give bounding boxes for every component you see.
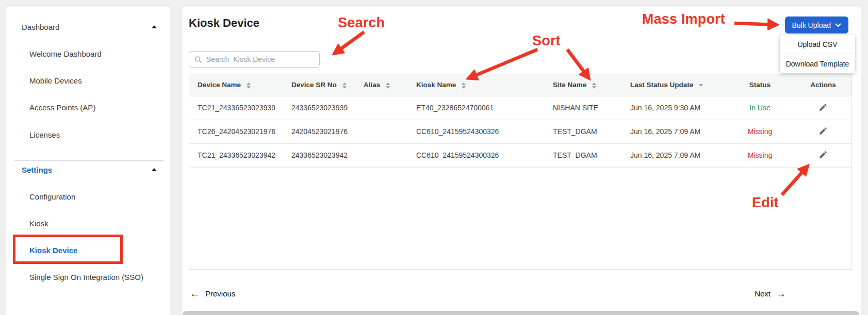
sort-descending-icon — [699, 84, 703, 87]
search-input[interactable] — [206, 55, 314, 63]
section-divider-bar — [183, 311, 859, 315]
column-label: Alias — [364, 81, 380, 89]
cell-device-sr-no: 24336523023939 — [283, 96, 355, 120]
cell-site-name: TEST_DGAM — [545, 120, 622, 143]
column-label: Device Name — [198, 81, 241, 89]
cell-kiosk-name: CC610_24159524300326 — [408, 143, 545, 167]
page-title: Kiosk Device — [189, 16, 259, 30]
pencil-icon — [818, 103, 828, 112]
cell-alias — [355, 143, 408, 167]
column-header-device-sr-no[interactable]: Device SR No — [283, 74, 355, 96]
cell-device-name: TC26_24204523021976 — [189, 120, 283, 143]
sidebar-item-kiosk-device[interactable]: Kiosk Device — [6, 243, 170, 257]
chevron-down-icon — [835, 23, 841, 27]
column-header-alias[interactable]: Alias — [355, 74, 408, 96]
column-label: Site Name — [553, 81, 586, 89]
column-header-last-status-update[interactable]: Last Status Update — [622, 74, 725, 96]
cell-actions — [795, 96, 851, 120]
cell-alias — [355, 96, 408, 120]
menu-item-upload-csv[interactable]: Upload CSV — [780, 35, 855, 54]
cell-site-name: NISHAN SITE — [545, 96, 622, 120]
previous-label: Previous — [205, 289, 235, 298]
sidebar-item-settings[interactable]: Settings — [6, 162, 170, 177]
cell-actions — [795, 120, 851, 143]
cell-actions — [795, 143, 851, 167]
edit-button[interactable] — [816, 124, 830, 139]
column-label: Last Status Update — [630, 81, 693, 89]
cell-site-name: TEST_DGAM — [545, 143, 622, 167]
next-label: Next — [755, 289, 771, 298]
column-header-site-name[interactable]: Site Name — [545, 74, 622, 96]
column-header-status: Status — [725, 74, 795, 96]
main-panel: Kiosk Device Bulk Upload Upload CSV Down… — [183, 7, 861, 315]
collapse-caret-icon — [152, 25, 157, 28]
status-badge: Missing — [748, 127, 772, 136]
kiosk-device-table-container: Device Name Device SR No Alias Kios — [189, 74, 852, 270]
cell-device-name: TC21_24336523023942 — [189, 143, 283, 167]
sidebar-item-kiosk[interactable]: Kiosk — [6, 216, 170, 230]
cell-alias — [355, 120, 408, 143]
column-header-kiosk-name[interactable]: Kiosk Name — [408, 74, 545, 96]
bulk-upload-label: Bulk Upload — [792, 21, 831, 29]
table-header-row: Device Name Device SR No Alias Kios — [189, 74, 851, 96]
bulk-upload-button[interactable]: Bulk Upload — [785, 16, 849, 34]
cell-status: Missing — [725, 143, 795, 167]
table-row: TC21_24336523023939 24336523023939 ET40_… — [189, 96, 851, 120]
menu-item-download-template[interactable]: Download Template — [780, 54, 855, 73]
sort-icon — [247, 82, 251, 89]
cell-kiosk-name: CC610_24159524300326 — [408, 120, 545, 143]
sidebar: Dashboard Welcome Dashboard Mobile Devic… — [6, 7, 170, 315]
sidebar-item-label: Settings — [22, 165, 52, 174]
sidebar-item-dashboard[interactable]: Dashboard — [6, 20, 170, 34]
column-label: Actions — [810, 81, 836, 89]
column-label: Kiosk Name — [416, 81, 456, 89]
edit-button[interactable] — [816, 101, 830, 115]
sidebar-item-mobile-devices[interactable]: Mobile Devices — [6, 73, 170, 88]
cell-device-sr-no: 24336523023942 — [283, 143, 355, 167]
sidebar-item-access-points[interactable]: Access Points (AP) — [6, 100, 170, 114]
cell-status: In Use — [725, 96, 795, 120]
sidebar-item-licenses[interactable]: Licenses — [6, 127, 170, 142]
arrow-left-icon: ← — [190, 288, 200, 299]
status-badge: In Use — [749, 104, 770, 112]
bulk-upload-dropdown: Upload CSV Download Template — [780, 35, 855, 73]
app-screen: Dashboard Welcome Dashboard Mobile Devic… — [0, 0, 868, 315]
sidebar-item-welcome-dashboard[interactable]: Welcome Dashboard — [6, 46, 170, 61]
column-label: Device SR No — [291, 81, 337, 89]
column-header-device-name[interactable]: Device Name — [189, 74, 283, 96]
sort-icon — [386, 82, 390, 89]
previous-button[interactable]: ← Previous — [190, 287, 235, 300]
edit-button[interactable] — [816, 148, 830, 163]
sidebar-item-sso[interactable]: Single Sign On Integration (SSO) — [6, 270, 170, 284]
column-header-actions: Actions — [795, 74, 851, 96]
status-badge: Missing — [748, 151, 772, 159]
cell-last-status-update: Jun 16, 2025 7:09 AM — [622, 143, 725, 167]
arrow-right-icon: → — [776, 288, 786, 299]
cell-last-status-update: Jun 16, 2025 7:09 AM — [622, 120, 725, 143]
sort-icon — [342, 82, 347, 89]
table-row: TC26_24204523021976 24204523021976 CC610… — [189, 120, 851, 143]
next-button[interactable]: Next → — [755, 287, 786, 300]
kiosk-device-table: Device Name Device SR No Alias Kios — [189, 74, 851, 168]
pencil-icon — [818, 150, 828, 159]
cell-kiosk-name: ET40_23286524700061 — [408, 96, 545, 120]
cell-status: Missing — [725, 120, 795, 143]
table-row: TC21_24336523023942 24336523023942 CC610… — [189, 143, 851, 167]
sort-icon — [592, 82, 596, 89]
sidebar-item-label: Dashboard — [22, 23, 59, 31]
column-label: Status — [749, 81, 771, 89]
sort-icon — [462, 82, 466, 89]
cell-last-status-update: Jun 16, 2025 9:30 AM — [622, 96, 725, 120]
search-icon — [194, 56, 202, 63]
collapse-caret-icon — [152, 168, 157, 171]
sidebar-item-configuration[interactable]: Configuration — [6, 189, 170, 204]
pencil-icon — [818, 126, 828, 136]
cell-device-name: TC21_24336523023939 — [189, 96, 283, 120]
sidebar-divider — [14, 160, 163, 161]
cell-device-sr-no: 24204523021976 — [283, 120, 355, 143]
search-box — [189, 51, 320, 68]
